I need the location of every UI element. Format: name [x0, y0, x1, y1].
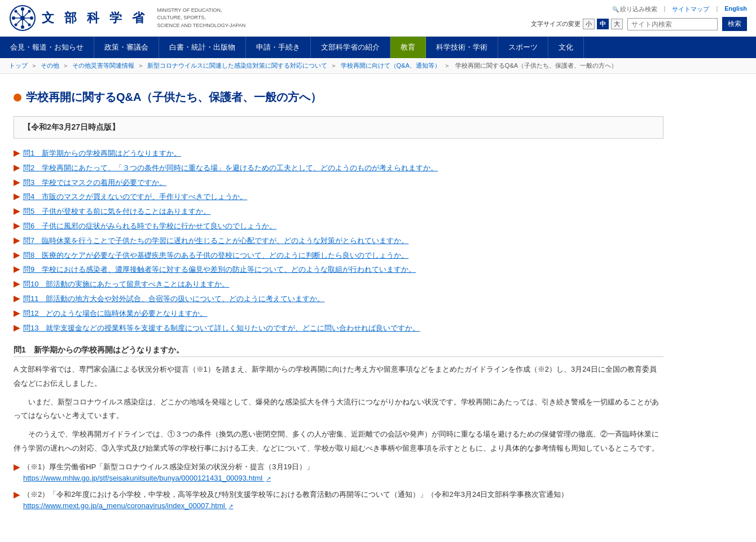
search-link[interactable]: 🔍 絞り込み検索 [612, 5, 657, 14]
pipe-divider: | [664, 5, 666, 14]
date-box: 【令和2年3月27日時点版】 [14, 116, 663, 139]
header: 文 部 科 学 省 MINISTRY OF EDUCATION, CULTURE… [0, 0, 756, 37]
section1-question: 問1 新学期からの学校再開はどうなりますか。 [14, 345, 663, 357]
ref-label: （※1）厚生労働省HP「新型コロナウイルス感染症対策の状況分析・提言（3月19日… [23, 462, 314, 472]
qa-list-item: ▶問11 部活動の地方大会や対外試合、合宿等の扱いについて、どのように考えていま… [14, 293, 663, 305]
search-input[interactable] [627, 18, 718, 30]
font-small-button[interactable]: 小 [583, 19, 595, 29]
header-right: 🔍 絞り込み検索 | サイトマップ | English 文字サイズの変更 小 中… [531, 5, 747, 31]
qa-bullet-icon: ▶ [14, 265, 20, 274]
nav-item-culture[interactable]: 文化 [548, 37, 584, 58]
page-title: 学校再開に関するQ&A（子供たち、保護者、一般の方へ） [14, 90, 663, 105]
ministry-subtitle: MINISTRY OF EDUCATION, CULTURE, SPORTS, … [157, 7, 245, 30]
qa-bullet-icon: ▶ [14, 250, 20, 259]
qa-link[interactable]: 問2 学校再開にあたって、「３つの条件が同時に重なる場」を避けるための工夫として… [23, 162, 438, 174]
qa-list-item: ▶問4 市販のマスクが買えないのですが、手作りすべきでしょうか。 [14, 191, 663, 203]
qa-bullet-icon: ▶ [14, 206, 20, 215]
search-icon: 🔍 [612, 6, 619, 12]
qa-link[interactable]: 問4 市販のマスクが買えないのですが、手作りすべきでしょうか。 [23, 191, 247, 203]
qa-link[interactable]: 問10 部活動の実施にあたって留意すべきことはありますか。 [23, 279, 229, 290]
qa-list-item: ▶問3 学校ではマスクの着用が必要ですか。 [14, 177, 663, 189]
qa-link[interactable]: 問8 医療的なケアが必要な子供や基礎疾患等のある子供の登校について、どのように判… [23, 250, 408, 262]
english-link[interactable]: English [724, 5, 747, 14]
search-bar: 文字サイズの変更 小 中 大 検索 [531, 17, 747, 31]
breadcrumb-sep: ＞ [31, 62, 37, 69]
qa-bullet-icon: ▶ [14, 148, 20, 157]
qa-link[interactable]: 問3 学校ではマスクの着用が必要ですか。 [23, 177, 166, 189]
font-size-control: 文字サイズの変更 小 中 大 [531, 19, 623, 29]
ref-url[interactable]: https://www.mhlw.go.jp/stf/seisakunitsui… [23, 474, 271, 482]
breadcrumb-top[interactable]: トップ [9, 62, 28, 69]
nav-item-applications[interactable]: 申請・手続き [246, 37, 311, 58]
qa-list-item: ▶問10 部活動の実施にあたって留意すべきことはありますか。 [14, 279, 663, 290]
pipe-divider2: | [716, 5, 718, 14]
breadcrumb-current: 学校再開に関するQ&A（子供たち、保護者、一般の方へ） [455, 62, 617, 69]
external-link-icon: ↗ [228, 503, 233, 509]
qa-link[interactable]: 問9 学校における感染者、濃厚接触者等に対する偏見や差別の防止等について、どのよ… [23, 264, 416, 276]
qa-link[interactable]: 問11 部活動の地方大会や対外試合、合宿等の扱いについて、どのように考えています… [23, 293, 324, 305]
qa-bullet-icon: ▶ [14, 309, 20, 318]
qa-list-item: ▶問13 就学支援金などの授業料等を支援する制度について詳しく知りたいのですが、… [14, 323, 663, 334]
ministry-name: 文 部 科 学 省 [42, 10, 148, 27]
breadcrumb-other[interactable]: その他 [41, 62, 59, 69]
sitemap-link[interactable]: サイトマップ [672, 5, 709, 14]
svg-point-13 [20, 16, 25, 20]
qa-list-item: ▶問7 臨時休業を行うことで子供たちの学習に遅れが生じることが心配ですが、どのよ… [14, 235, 663, 247]
main-content: 学校再開に関するQ&A（子供たち、保護者、一般の方へ） 【令和2年3月27日時点… [0, 74, 677, 527]
breadcrumb: トップ ＞ その他 ＞ その他災害等関連情報 ＞ 新型コロナウイルスに関連した感… [0, 58, 756, 74]
ref-bullet-icon: ▶ [14, 490, 20, 499]
ministry-logo [9, 5, 36, 32]
qa-bullet-icon: ▶ [14, 236, 20, 245]
top-links: 🔍 絞り込み検索 | サイトマップ | English [612, 5, 747, 14]
qa-list-item: ▶問2 学校再開にあたって、「３つの条件が同時に重なる場」を避けるための工夫とし… [14, 162, 663, 174]
qa-link[interactable]: 問6 子供に風邪の症状がみられる時でも学校に行かせて良いのでしょうか。 [23, 221, 276, 232]
qa-bullet-icon: ▶ [14, 192, 20, 201]
qa-link[interactable]: 問13 就学支援金などの授業料等を支援する制度について詳しく知りたいのですが、ど… [23, 323, 420, 334]
qa-list-item: ▶問9 学校における感染者、濃厚接触者等に対する偏見や差別の防止等について、どの… [14, 264, 663, 276]
qa-list-item: ▶問5 子供が登校する前に気を付けることはありますか。 [14, 206, 663, 218]
breadcrumb-disaster[interactable]: その他災害等関連情報 [72, 62, 134, 69]
ref-item: ▶ （※1）厚生労働省HP「新型コロナウイルス感染症対策の状況分析・提言（3月1… [14, 462, 663, 484]
ref-item: ▶ （※2）「令和2年度における小学校，中学校，高等学校及び特別支援学校等におけ… [14, 490, 663, 512]
section1-answer: A 文部科学省では、専門家会議による状況分析や提言（※1）を踏まえ、新学期からの… [14, 363, 663, 455]
ref-url[interactable]: https://www.mext.go.jp/a_menu/coronaviru… [23, 501, 233, 510]
header-left: 文 部 科 学 省 MINISTRY OF EDUCATION, CULTURE… [9, 5, 245, 32]
qa-bullet-icon: ▶ [14, 163, 20, 172]
qa-list: ▶問1 新学期からの学校再開はどうなりますか。▶問2 学校再開にあたって、「３つ… [14, 148, 663, 334]
nav-item-science[interactable]: 科学技術・学術 [426, 37, 498, 58]
search-button[interactable]: 検索 [722, 17, 747, 31]
qa-bullet-icon: ▶ [14, 279, 20, 288]
nav-item-education[interactable]: 教育 [390, 37, 426, 58]
qa-bullet-icon: ▶ [14, 323, 20, 332]
nav-item-publications[interactable]: 白書・統計・出版物 [159, 37, 246, 58]
qa-list-item: ▶問1 新学期からの学校再開はどうなりますか。 [14, 148, 663, 160]
nav-item-about[interactable]: 文部科学省の紹介 [311, 37, 390, 58]
font-large-button[interactable]: 大 [611, 19, 623, 29]
main-navigation: 会見・報道・お知らせ 政策・審議会 白書・統計・出版物 申請・手続き 文部科学省… [0, 37, 756, 58]
title-bullet-icon [14, 94, 21, 102]
qa-link[interactable]: 問1 新学期からの学校再開はどうなりますか。 [23, 148, 181, 160]
qa-link[interactable]: 問12 どのような場合に臨時休業が必要となりますか。 [23, 308, 207, 320]
ref-label: （※2）「令和2年度における小学校，中学校，高等学校及び特別支援学校等における教… [23, 490, 568, 500]
qa-list-item: ▶問6 子供に風邪の症状がみられる時でも学校に行かせて良いのでしょうか。 [14, 221, 663, 232]
qa-bullet-icon: ▶ [14, 294, 20, 303]
font-medium-button[interactable]: 中 [597, 19, 609, 29]
qa-list-item: ▶問8 医療的なケアが必要な子供や基礎疾患等のある子供の登校について、どのように… [14, 250, 663, 262]
nav-item-sports[interactable]: スポーツ [498, 37, 548, 58]
qa-list-item: ▶問12 どのような場合に臨時休業が必要となりますか。 [14, 308, 663, 320]
qa-bullet-icon: ▶ [14, 178, 20, 187]
nav-item-press[interactable]: 会見・報道・お知らせ [0, 37, 94, 58]
nav-item-policy[interactable]: 政策・審議会 [94, 37, 159, 58]
ref-bullet-icon: ▶ [14, 462, 20, 472]
breadcrumb-reopen[interactable]: 学校再開に向けて（Q&A、通知等） [341, 62, 441, 69]
reference-list: ▶ （※1）厚生労働省HP「新型コロナウイルス感染症対策の状況分析・提言（3月1… [14, 462, 663, 512]
qa-link[interactable]: 問5 子供が登校する前に気を付けることはありますか。 [23, 206, 210, 218]
qa-link[interactable]: 問7 臨時休業を行うことで子供たちの学習に遅れが生じることが心配ですが、どのよう… [23, 235, 408, 247]
breadcrumb-covid[interactable]: 新型コロナウイルスに関連した感染症対策に関する対応について [147, 62, 327, 69]
external-link-icon: ↗ [266, 475, 271, 482]
qa-bullet-icon: ▶ [14, 221, 20, 230]
